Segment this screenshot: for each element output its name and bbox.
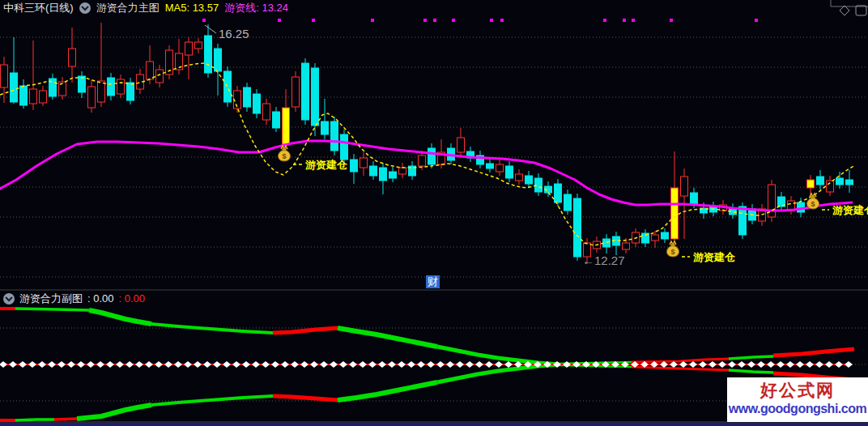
diamond-marker bbox=[57, 361, 66, 368]
diamond-marker bbox=[0, 361, 7, 368]
annotation-low: ←12.27 bbox=[582, 253, 625, 267]
candle bbox=[370, 166, 377, 176]
candle bbox=[652, 235, 659, 241]
diamond-marker bbox=[368, 361, 377, 368]
candle bbox=[147, 62, 154, 79]
candle bbox=[127, 83, 134, 100]
band-segment bbox=[89, 310, 151, 324]
diamond-marker bbox=[203, 361, 211, 368]
diamond-marker bbox=[466, 361, 474, 368]
signal-dot bbox=[490, 19, 493, 22]
candle bbox=[30, 89, 37, 104]
signal-dot bbox=[755, 19, 758, 22]
signal-label: 游资建仓 bbox=[305, 159, 347, 171]
diamond-marker bbox=[475, 361, 483, 368]
candle bbox=[69, 49, 76, 66]
chevron-down-icon[interactable] bbox=[79, 2, 91, 14]
diamond-marker bbox=[738, 361, 746, 368]
diamond-marker bbox=[300, 361, 308, 368]
candle bbox=[79, 76, 86, 92]
sub-chart-header: 游资合力副图 : 0.00 : 0.00 bbox=[3, 292, 145, 305]
signal-label: 游资建仓 bbox=[832, 204, 868, 216]
band-segment bbox=[338, 328, 437, 347]
candle bbox=[331, 121, 338, 151]
signal-dot bbox=[632, 19, 635, 22]
diamond-marker bbox=[689, 361, 697, 368]
signal-dot bbox=[623, 19, 626, 22]
candle bbox=[662, 232, 669, 239]
diamond-marker bbox=[252, 361, 260, 368]
diamond-marker bbox=[427, 361, 435, 368]
candle bbox=[321, 121, 329, 134]
diamond-marker bbox=[310, 361, 318, 368]
main-chart-header: 中科三环(日线) 游资合力主图 MA5: 13.57 游资线: 13.24 bbox=[3, 0, 288, 15]
signal-dot bbox=[312, 19, 315, 22]
diamond-marker bbox=[262, 361, 270, 368]
diamond-marker bbox=[339, 361, 347, 368]
band-segment bbox=[273, 328, 338, 333]
watermark-url: www.goodgongshi.com bbox=[727, 401, 868, 417]
diamond-marker bbox=[19, 361, 27, 368]
diamond-marker bbox=[757, 361, 765, 368]
signal-dot bbox=[452, 19, 455, 22]
sub-value-2: : 0.00 bbox=[119, 292, 146, 305]
diamond-marker bbox=[747, 361, 755, 368]
candle bbox=[156, 70, 164, 83]
candle bbox=[419, 155, 426, 166]
candle bbox=[389, 172, 397, 178]
candle bbox=[623, 243, 630, 249]
diamond-marker bbox=[155, 361, 163, 368]
diamond-marker bbox=[767, 361, 775, 368]
candle bbox=[263, 104, 270, 120]
diamond-marker bbox=[796, 361, 804, 368]
window-icon[interactable] bbox=[856, 6, 866, 15]
diamond-icon[interactable] bbox=[840, 6, 849, 15]
diamond-marker bbox=[504, 361, 513, 368]
diamond-marker bbox=[28, 361, 36, 368]
diamond-marker bbox=[184, 361, 192, 368]
main-chart: 游资建仓$游资建仓$游资建仓$16.25←12.27 bbox=[0, 19, 868, 277]
band-segment bbox=[632, 367, 729, 370]
diamond-marker bbox=[320, 361, 328, 368]
diamond-marker bbox=[96, 361, 104, 368]
candle bbox=[496, 164, 504, 172]
band-segment bbox=[338, 382, 437, 400]
watermark-title: 好公式网 bbox=[727, 380, 868, 401]
candle bbox=[360, 158, 368, 168]
bottom-strip bbox=[0, 423, 868, 426]
candle bbox=[525, 176, 533, 184]
diamond-marker bbox=[806, 361, 814, 368]
candle bbox=[739, 207, 747, 235]
diamond-marker bbox=[223, 361, 231, 368]
diamond-marker bbox=[398, 361, 406, 368]
diamond-marker bbox=[495, 361, 503, 368]
diamond-marker bbox=[728, 361, 736, 368]
diamond-marker bbox=[126, 361, 134, 368]
candle bbox=[273, 112, 280, 128]
candle bbox=[98, 81, 105, 102]
window-controls bbox=[818, 0, 868, 19]
diamond-marker bbox=[164, 361, 172, 368]
candle bbox=[487, 164, 494, 168]
band-segment bbox=[151, 324, 273, 333]
candle bbox=[215, 49, 222, 71]
diamond-marker bbox=[106, 361, 114, 368]
signal-dot bbox=[423, 19, 427, 22]
band-segment bbox=[773, 349, 854, 356]
diamond-marker bbox=[815, 361, 823, 368]
diamond-marker bbox=[77, 361, 85, 368]
band-segment bbox=[729, 370, 773, 373]
band-segment bbox=[729, 356, 773, 359]
diamond-marker bbox=[378, 361, 386, 368]
diamond-marker bbox=[845, 361, 853, 368]
signal-dot bbox=[202, 19, 206, 22]
signal-dot bbox=[670, 19, 673, 22]
cai-badge[interactable]: 财 bbox=[426, 275, 440, 288]
candle bbox=[195, 42, 202, 49]
candle bbox=[341, 134, 348, 160]
chevron-down-icon[interactable] bbox=[3, 293, 15, 305]
candle bbox=[205, 36, 212, 73]
diamond-marker bbox=[777, 361, 785, 368]
diamond-marker bbox=[232, 361, 240, 368]
diamond-marker bbox=[708, 361, 717, 368]
